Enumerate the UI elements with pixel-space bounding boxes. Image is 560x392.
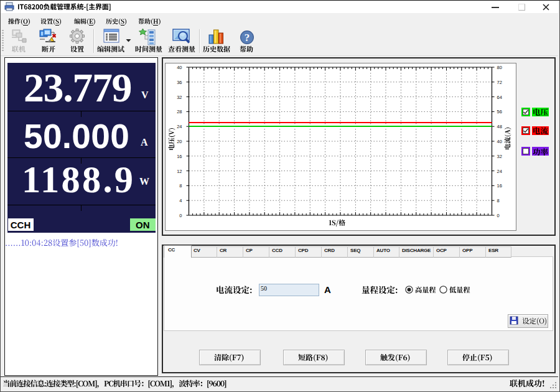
svg-text:?: ?: [245, 32, 250, 44]
